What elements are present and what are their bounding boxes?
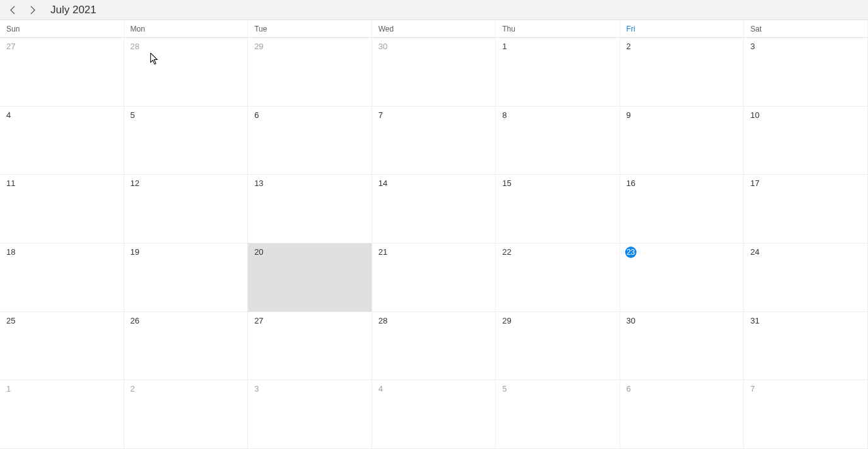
day-number: 29 — [502, 316, 511, 325]
day-number: 12 — [131, 178, 139, 188]
weekday-header-wed: Wed — [372, 20, 496, 37]
day-cell[interactable]: 9 — [620, 107, 744, 175]
day-number: 23 — [625, 247, 636, 258]
day-number: 22 — [502, 247, 511, 257]
day-number: 10 — [750, 110, 759, 120]
day-cell[interactable]: 3 — [744, 38, 868, 107]
day-number: 21 — [378, 247, 387, 257]
weekday-header-row: SunMonTueWedThuFriSat — [0, 20, 868, 38]
day-cell[interactable]: 16 — [620, 175, 744, 243]
day-cell[interactable]: 17 — [744, 175, 868, 243]
day-number: 24 — [750, 247, 759, 257]
day-cell[interactable]: 13 — [248, 175, 372, 243]
day-cell[interactable]: 2 — [124, 380, 249, 449]
weekday-header-mon: Mon — [124, 20, 249, 37]
day-number: 17 — [750, 178, 759, 188]
day-number: 1 — [6, 384, 11, 394]
day-number: 5 — [131, 110, 135, 120]
day-number: 28 — [378, 316, 387, 325]
day-cell[interactable]: 22 — [496, 243, 620, 312]
day-number: 2 — [131, 384, 135, 394]
day-cell[interactable]: 1 — [496, 38, 620, 107]
day-cell[interactable]: 19 — [124, 243, 249, 312]
day-number: 15 — [502, 178, 511, 188]
day-cell[interactable]: 30 — [372, 38, 496, 107]
day-cell[interactable]: 28 — [372, 312, 496, 381]
day-cell[interactable]: 27 — [0, 38, 124, 107]
day-cell[interactable]: 29 — [496, 312, 620, 381]
day-cell[interactable]: 11 — [0, 175, 124, 243]
day-number: 6 — [626, 384, 631, 394]
day-cell[interactable]: 14 — [372, 175, 496, 243]
day-cell[interactable]: 29 — [248, 38, 372, 107]
day-number: 11 — [6, 178, 15, 188]
day-cell[interactable]: 6 — [620, 380, 744, 449]
day-number: 5 — [502, 384, 507, 394]
day-number: 6 — [254, 110, 259, 120]
day-number: 2 — [626, 42, 631, 51]
day-number: 3 — [750, 42, 754, 51]
calendar-header: July 2021 — [0, 0, 868, 20]
day-cell[interactable]: 8 — [496, 107, 620, 175]
day-number: 29 — [254, 42, 263, 51]
day-cell[interactable]: 12 — [124, 175, 249, 243]
day-number: 7 — [750, 384, 754, 394]
day-number: 28 — [131, 42, 139, 51]
day-number: 14 — [378, 178, 387, 188]
next-month-button[interactable] — [23, 0, 43, 20]
day-cell[interactable]: 3 — [248, 380, 372, 449]
calendar-grid: 2728293012345678910111213141516171819202… — [0, 38, 868, 449]
chevron-left-icon — [9, 6, 16, 15]
day-cell[interactable]: 31 — [744, 312, 868, 381]
prev-month-button[interactable] — [3, 0, 23, 20]
day-cell[interactable]: 25 — [0, 312, 124, 381]
day-number: 25 — [6, 316, 15, 325]
day-number: 3 — [254, 384, 259, 394]
day-number: 13 — [254, 178, 263, 188]
day-cell[interactable]: 5 — [124, 107, 249, 175]
day-cell[interactable]: 26 — [124, 312, 249, 381]
day-number: 31 — [750, 316, 759, 325]
day-cell[interactable]: 20 — [248, 243, 372, 312]
day-number: 20 — [254, 247, 263, 257]
day-cell[interactable]: 2 — [620, 38, 744, 107]
weekday-header-sun: Sun — [0, 20, 124, 37]
day-cell[interactable]: 15 — [496, 175, 620, 243]
day-number: 7 — [378, 110, 383, 120]
day-cell[interactable]: 21 — [372, 243, 496, 312]
weekday-header-fri: Fri — [620, 20, 744, 37]
day-cell[interactable]: 30 — [620, 312, 744, 381]
day-cell[interactable]: 4 — [0, 107, 124, 175]
day-cell[interactable]: 18 — [0, 243, 124, 312]
day-cell[interactable]: 6 — [248, 107, 372, 175]
day-cell[interactable]: 1 — [0, 380, 124, 449]
day-number: 30 — [626, 316, 635, 325]
day-cell[interactable]: 28 — [124, 38, 249, 107]
day-cell[interactable]: 7 — [372, 107, 496, 175]
day-number: 16 — [626, 178, 635, 188]
day-number: 30 — [378, 42, 387, 51]
day-cell[interactable]: 24 — [744, 243, 868, 312]
weekday-header-tue: Tue — [248, 20, 372, 37]
day-cell[interactable]: 7 — [744, 380, 868, 449]
day-number: 27 — [6, 42, 15, 51]
day-number: 19 — [131, 247, 139, 257]
chevron-right-icon — [30, 6, 36, 15]
day-number: 1 — [502, 42, 507, 51]
day-cell[interactable]: 10 — [744, 107, 868, 175]
day-cell[interactable]: 5 — [496, 380, 620, 449]
day-number: 4 — [378, 384, 383, 394]
day-number: 27 — [254, 316, 263, 325]
day-cell[interactable]: 4 — [372, 380, 496, 449]
day-number: 8 — [502, 110, 507, 120]
day-number: 26 — [131, 316, 139, 325]
month-year-title: July 2021 — [50, 4, 97, 16]
weekday-header-thu: Thu — [496, 20, 620, 37]
day-number: 4 — [6, 110, 11, 120]
day-cell[interactable]: 23 — [620, 243, 744, 312]
day-number: 18 — [6, 247, 15, 257]
day-cell[interactable]: 27 — [248, 312, 372, 381]
day-number: 9 — [626, 110, 631, 120]
weekday-header-sat: Sat — [744, 20, 868, 37]
